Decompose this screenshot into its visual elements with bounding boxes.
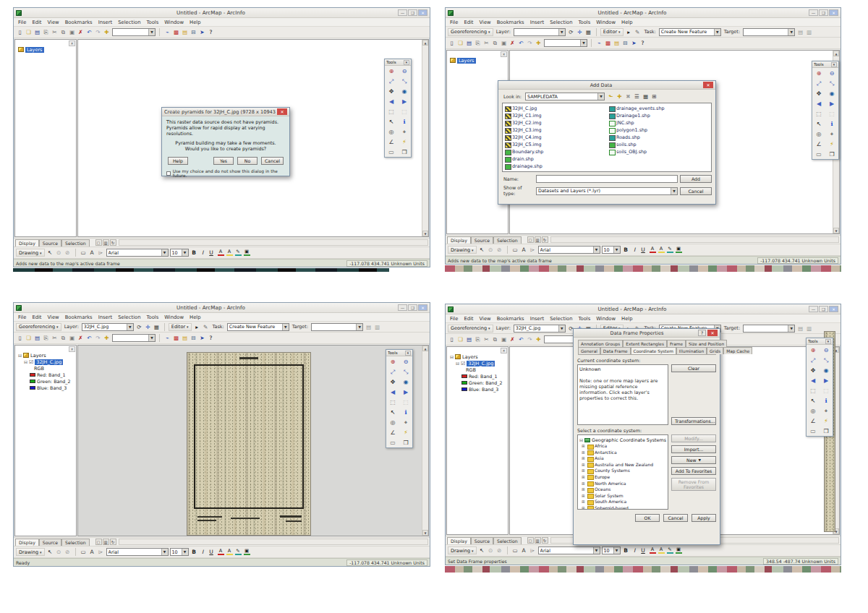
editor-toolbar-icon[interactable]: ⌁ (163, 334, 171, 342)
unselect-graphics-icon[interactable]: ⊘ (495, 246, 503, 254)
fixed-zoom-out-icon[interactable]: ⤡ (399, 366, 412, 377)
yes-button[interactable]: Yes (213, 157, 234, 165)
dialog-tab[interactable]: Illumination (676, 347, 707, 354)
horizontal-scrollbar[interactable] (119, 239, 428, 246)
hyperlink-icon[interactable]: ⚡ (398, 137, 411, 147)
pan-icon[interactable]: ✥ (385, 86, 398, 96)
transformations-button[interactable]: Transformations... (671, 417, 716, 425)
editor-task-combo[interactable]: Create New Feature▼ (659, 28, 721, 36)
model-builder-icon[interactable]: ⊟ (621, 39, 629, 47)
open-icon[interactable]: ❏ (25, 334, 33, 342)
menu-item[interactable]: Insert (98, 20, 113, 25)
copy-icon[interactable]: ⧉ (59, 28, 67, 36)
menu-item[interactable]: Insert (530, 316, 545, 322)
open-icon[interactable]: ❏ (25, 28, 33, 36)
rotate-graphics-icon[interactable]: ⊙ (487, 246, 495, 254)
expander-icon[interactable]: ⊟ (24, 359, 27, 364)
file-item[interactable]: soils.shp (608, 141, 710, 148)
font-size-combo[interactable]: 10▼ (170, 548, 189, 556)
new-rectangle-icon[interactable]: ▭ (80, 249, 88, 257)
cancel-button[interactable]: Cancel (680, 187, 712, 195)
underline-button[interactable]: U (208, 548, 216, 556)
text-tool-icon[interactable]: A (520, 546, 528, 554)
menu-item[interactable]: View (48, 20, 59, 25)
fixed-zoom-in-icon[interactable]: ⤢ (386, 366, 399, 377)
toc-tab[interactable]: Selection (61, 239, 90, 247)
editor-toolbar-icon[interactable]: ⌁ (595, 39, 603, 47)
undo-icon[interactable]: ↶ (85, 334, 93, 342)
italic-button[interactable]: I (631, 546, 639, 554)
cut-icon[interactable]: ✂ (51, 28, 59, 36)
unselect-graphics-icon[interactable]: ⊘ (64, 249, 72, 257)
highlight-color-button[interactable]: A (226, 249, 234, 257)
italic-button[interactable]: I (199, 249, 207, 257)
layer-checkbox[interactable]: ☑ (29, 359, 33, 365)
menu-item[interactable]: File (450, 316, 458, 322)
hyperlink-icon[interactable]: ⚡ (399, 427, 412, 437)
dialog-tab[interactable]: General (578, 347, 600, 354)
layer-checkbox[interactable]: ☑ (461, 361, 465, 366)
view-link-table-icon[interactable]: ▦ (153, 323, 161, 331)
save-icon[interactable]: ▤ (33, 334, 41, 342)
dialog-tab[interactable]: Annotation Groups (578, 340, 623, 347)
menu-item[interactable]: File (18, 20, 26, 25)
toc-tab[interactable]: Display (447, 537, 471, 544)
close-panel-icon[interactable]: ✕ (69, 40, 75, 46)
menu-item[interactable]: Edit (32, 314, 41, 320)
zoom-out-icon[interactable]: ⊖ (820, 345, 833, 355)
new-map-icon[interactable]: ▯ (16, 28, 24, 36)
forward-extent-icon[interactable]: ▶ (399, 387, 412, 397)
close-panel-icon[interactable]: ✕ (501, 51, 507, 57)
modify-button[interactable]: Modify... (671, 434, 716, 442)
go-to-xy-icon[interactable]: ⌖ (820, 406, 833, 416)
refresh-view-button[interactable]: ↻ (542, 236, 548, 243)
print-icon[interactable]: ⎘ (42, 28, 50, 36)
toc-layers-root[interactable]: Layers (18, 46, 75, 53)
cut-icon[interactable]: ✂ (482, 335, 490, 343)
menu-item[interactable]: Edit (464, 316, 473, 322)
text-tool-icon[interactable]: A (520, 246, 528, 254)
font-color-button[interactable]: A (217, 548, 225, 557)
go-to-xy-icon[interactable]: ⌖ (399, 417, 412, 427)
measure-icon[interactable]: ∠ (385, 137, 398, 147)
find-icon[interactable]: ◎ (386, 417, 399, 427)
zoom-out-icon[interactable]: ⊖ (398, 66, 411, 76)
menu-item[interactable]: Bookmarks (65, 314, 93, 320)
close-icon[interactable]: ✕ (418, 304, 427, 311)
close-icon[interactable]: ✕ (405, 351, 411, 356)
close-icon[interactable]: ✕ (277, 108, 287, 115)
file-item[interactable]: 32JH_C4.img (504, 134, 605, 141)
add-control-points-icon[interactable]: ✛ (576, 28, 584, 36)
callout-icon[interactable]: ⌲ (529, 246, 537, 254)
print-icon[interactable]: ⎘ (42, 334, 50, 342)
pan-icon[interactable]: ✥ (812, 88, 825, 98)
forward-extent-icon[interactable]: ▶ (820, 375, 833, 385)
fill-color-button[interactable]: ▣ (675, 246, 683, 254)
minimize-icon[interactable]: — (809, 306, 818, 312)
command-line-icon[interactable]: ➤ (198, 28, 206, 36)
data-view-button[interactable]: ◻ (95, 239, 102, 246)
connect-folder-icon[interactable]: ✚ (616, 93, 624, 100)
refresh-view-button[interactable]: ↻ (110, 539, 116, 545)
restore-icon[interactable]: ❑ (819, 9, 828, 16)
coordinate-system-folder[interactable]: South America (579, 499, 666, 505)
font-color-button[interactable]: A (649, 246, 657, 254)
highlight-color-button[interactable]: A (226, 548, 234, 557)
select-features-icon[interactable]: ⬚ (812, 108, 825, 119)
forward-extent-icon[interactable]: ▶ (398, 96, 411, 106)
select-elements-icon[interactable]: ↖ (478, 246, 486, 254)
attributes-icon[interactable]: ▤ (796, 28, 804, 36)
zoom-out-icon[interactable]: ⊖ (399, 356, 412, 366)
new-map-icon[interactable]: ▯ (16, 334, 24, 342)
horizontal-scrollbar[interactable] (119, 539, 428, 545)
view-link-table-icon[interactable]: ▦ (584, 28, 592, 36)
georeferencing-menu-button[interactable]: Georeferencing▾ (16, 323, 61, 331)
full-extent-icon[interactable]: ◉ (825, 88, 838, 98)
html-popup-icon[interactable]: ▭ (386, 437, 399, 447)
file-item[interactable]: Drainage1.shp (608, 112, 710, 119)
data-view-button[interactable]: ◻ (95, 539, 102, 545)
find-icon[interactable]: ◎ (807, 406, 820, 416)
toc-tab[interactable]: Source (39, 239, 61, 247)
restore-icon[interactable]: ❑ (408, 304, 417, 311)
menu-item[interactable]: Help (621, 20, 633, 25)
